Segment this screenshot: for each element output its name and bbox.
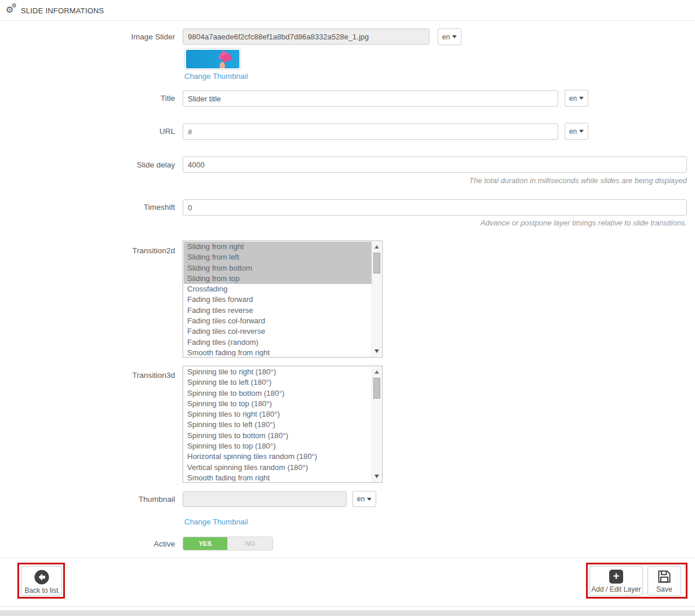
scrollbar-thumb[interactable] bbox=[373, 378, 380, 399]
select-option[interactable]: Spinning tile to right (180°) bbox=[184, 367, 372, 377]
select-option[interactable]: Vertical spinning tiles random (180°) bbox=[184, 462, 372, 473]
chevron-down-icon bbox=[452, 35, 457, 38]
select-option[interactable]: Fading tiles col-reverse bbox=[184, 326, 372, 337]
select-option[interactable]: Spinning tiles to right (180°) bbox=[184, 409, 372, 420]
active-no-button[interactable]: NO bbox=[227, 537, 272, 550]
select-option[interactable]: Spinning tiles to bottom (180°) bbox=[184, 431, 372, 441]
thumbnail-input[interactable] bbox=[183, 491, 347, 507]
slide-delay-label: Slide delay bbox=[0, 161, 175, 169]
chevron-down-icon bbox=[579, 130, 584, 133]
timeshift-help: Advance or postpone layer timings relati… bbox=[481, 218, 687, 227]
active-yes-button[interactable]: YES bbox=[183, 537, 227, 550]
back-arrow-icon bbox=[34, 570, 49, 585]
slide-informations-panel: ⚙⚙ SLIDE INFORMATIONS Image Slider en Ch… bbox=[0, 0, 695, 607]
scrollbar[interactable] bbox=[372, 242, 381, 356]
save-button[interactable]: Save bbox=[647, 566, 681, 596]
title-lang-dropdown[interactable]: en bbox=[565, 90, 588, 107]
slide-delay-help: The total duration in milliseconds while… bbox=[469, 176, 687, 185]
select-option[interactable]: Sliding from right bbox=[184, 242, 372, 252]
image-slider-label: Image Slider bbox=[0, 32, 175, 41]
select-option[interactable]: Sliding from left bbox=[184, 252, 372, 263]
title-input[interactable] bbox=[183, 90, 558, 107]
chevron-down-icon bbox=[367, 498, 372, 501]
title-label: Title bbox=[0, 94, 175, 103]
select-option[interactable]: Sliding from bottom bbox=[184, 263, 372, 274]
transition2d-label: Transition2d bbox=[0, 246, 175, 255]
select-option[interactable]: Spinning tile to top (180°) bbox=[184, 399, 372, 409]
select-option[interactable]: Fading tiles reverse bbox=[184, 305, 372, 316]
add-edit-layer-label: Add / Edit Layer bbox=[591, 585, 641, 593]
change-thumbnail-link-top[interactable]: Change Thumbnail bbox=[184, 72, 248, 81]
active-toggle: YES NO bbox=[183, 537, 273, 551]
select-option[interactable]: Fading tiles forward bbox=[184, 294, 372, 305]
back-to-list-button[interactable]: Back to list bbox=[21, 566, 62, 596]
panel-header: ⚙⚙ SLIDE INFORMATIONS bbox=[0, 0, 695, 21]
select-option[interactable]: Crossfading bbox=[184, 284, 372, 294]
scroll-down-icon[interactable] bbox=[374, 475, 379, 478]
transition3d-options: Spinning tile to right (180°)Spinning ti… bbox=[184, 367, 372, 482]
lang-code: en bbox=[442, 33, 450, 41]
scroll-up-icon[interactable] bbox=[374, 245, 379, 249]
scrollbar-thumb[interactable] bbox=[373, 253, 380, 274]
select-option[interactable]: Smooth fading from right bbox=[184, 473, 372, 482]
timeshift-label: Timeshift bbox=[0, 203, 175, 212]
image-slider-lang-dropdown[interactable]: en bbox=[438, 28, 461, 45]
select-option[interactable]: Spinning tiles to top (180°) bbox=[184, 441, 372, 451]
select-option[interactable]: Spinning tile to left (180°) bbox=[184, 377, 372, 388]
select-option[interactable]: Sliding from top bbox=[184, 274, 372, 284]
hand-shape bbox=[220, 62, 225, 68]
url-label: URL bbox=[0, 127, 175, 136]
chevron-down-icon bbox=[579, 97, 584, 100]
slide-delay-input[interactable] bbox=[183, 156, 687, 173]
lang-code: en bbox=[569, 94, 577, 103]
select-option[interactable]: Fading tiles (random) bbox=[184, 337, 372, 348]
select-option[interactable]: Smooth fading from right bbox=[184, 348, 372, 356]
slide-edit-page: ⚙⚙ SLIDE INFORMATIONS Image Slider en Ch… bbox=[0, 0, 695, 616]
transition3d-select[interactable]: Spinning tile to right (180°)Spinning ti… bbox=[183, 366, 383, 483]
change-thumbnail-link-bottom[interactable]: Change Thumbnail bbox=[184, 517, 248, 526]
url-input[interactable] bbox=[183, 123, 558, 140]
slide-thumbnail-image bbox=[186, 50, 239, 68]
slide-thumbnail-preview bbox=[184, 48, 241, 70]
lang-code: en bbox=[569, 127, 577, 136]
plus-icon: + bbox=[609, 570, 623, 584]
timeshift-input[interactable] bbox=[183, 199, 687, 216]
back-to-list-label: Back to list bbox=[24, 586, 58, 595]
footer-divider bbox=[0, 557, 695, 558]
scroll-up-icon[interactable] bbox=[374, 370, 379, 374]
select-option[interactable]: Spinning tile to bottom (180°) bbox=[184, 388, 372, 399]
page-bottom-strip bbox=[0, 610, 695, 616]
panel-title: SLIDE INFORMATIONS bbox=[21, 6, 104, 15]
gears-icon: ⚙⚙ bbox=[6, 5, 17, 16]
image-slider-input[interactable] bbox=[183, 28, 430, 45]
thumbnail-lang-dropdown[interactable]: en bbox=[352, 491, 376, 507]
thumbnail-label: Thumbnail bbox=[0, 495, 175, 504]
transition2d-options: Sliding from rightSliding from leftSlidi… bbox=[184, 242, 372, 356]
add-edit-layer-button[interactable]: + Add / Edit Layer bbox=[590, 566, 643, 596]
url-lang-dropdown[interactable]: en bbox=[565, 123, 588, 140]
lang-code: en bbox=[357, 495, 365, 503]
transition2d-select[interactable]: Sliding from rightSliding from leftSlidi… bbox=[183, 240, 383, 358]
active-label: Active bbox=[0, 540, 175, 548]
select-option[interactable]: Horizontal spinning tiles random (180°) bbox=[184, 451, 372, 462]
scroll-down-icon[interactable] bbox=[374, 349, 379, 353]
select-option[interactable]: Spinning tiles to left (180°) bbox=[184, 420, 372, 430]
select-option[interactable]: Fading tiles col-forward bbox=[184, 316, 372, 326]
transition3d-label: Transition3d bbox=[0, 371, 175, 380]
save-label: Save bbox=[656, 585, 672, 593]
save-floppy-icon bbox=[657, 570, 671, 584]
scrollbar[interactable] bbox=[372, 367, 381, 482]
